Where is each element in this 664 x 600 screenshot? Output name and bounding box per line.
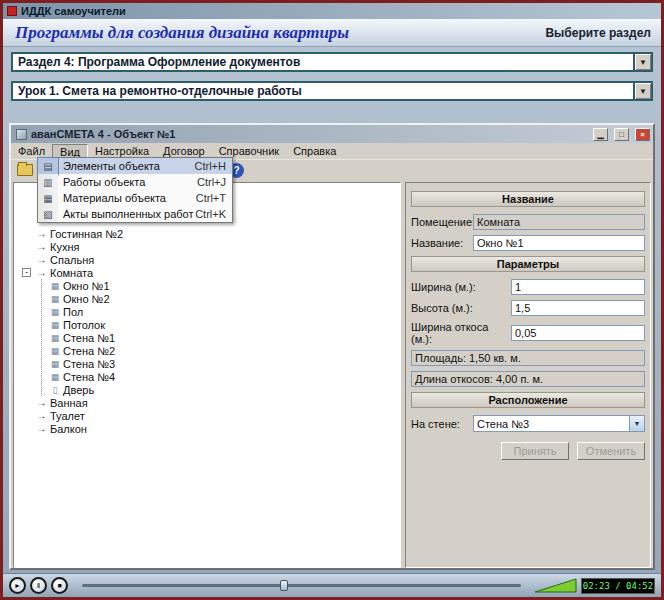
tree-item-label: Кухня xyxy=(50,241,79,253)
room-arrow-icon: → xyxy=(36,254,47,265)
menu-item-materials[interactable]: ▦ Материалы объекта Ctrl+T xyxy=(38,190,232,206)
wall-element-icon: ▦ xyxy=(50,346,60,356)
room-arrow-icon: → xyxy=(36,267,47,278)
app-title: аванСМЕТА 4 - Объект №1 xyxy=(31,128,587,140)
tree-item[interactable]: ▦Стена №3 xyxy=(42,357,398,370)
lesson-select[interactable]: Урок 1. Смета на ремонтно-отделочные раб… xyxy=(11,81,653,101)
height-field[interactable]: 1,5 xyxy=(511,300,645,316)
menu-item-shortcut: Ctrl+H xyxy=(195,160,232,172)
volume-wedge-icon[interactable] xyxy=(535,578,577,593)
tree-item-label: Туалет xyxy=(50,410,85,422)
window-titlebar[interactable]: ИДДК самоучители xyxy=(3,3,661,19)
name-field[interactable]: Окно №1 xyxy=(473,235,645,251)
menu-item-works[interactable]: ▥ Работы объекта Ctrl+J xyxy=(38,174,232,190)
open-folder-icon[interactable] xyxy=(17,164,33,176)
tree-item-label: Пол xyxy=(63,306,83,318)
tree-item[interactable]: →Ванная xyxy=(20,396,398,409)
stop-button[interactable]: ■ xyxy=(51,577,68,594)
ceiling-element-icon: ▦ xyxy=(50,320,60,330)
window-title: ИДДК самоучители xyxy=(21,5,126,17)
acts-icon: ▧ xyxy=(38,206,58,222)
close-button[interactable]: × xyxy=(635,128,650,141)
view-menu-popup: ▤ Элементы объекта Ctrl+H ▥ Работы объек… xyxy=(37,157,233,223)
tree-item-room[interactable]: -→Комната xyxy=(20,266,398,279)
iddk-logo-icon xyxy=(7,6,17,16)
tutorial-window: ИДДК самоучители Программы для создания … xyxy=(0,0,664,600)
header-band: Программы для создания дизайна квартиры … xyxy=(3,19,661,47)
menu-item-acts[interactable]: ▧ Акты выполненных работ Ctrl+K xyxy=(38,206,232,222)
name-field-label: Название: xyxy=(411,237,473,249)
tree-item[interactable]: →Балкон xyxy=(20,422,398,435)
tree-item[interactable]: →Туалет xyxy=(20,409,398,422)
tree-item[interactable]: ▦Окно №1 xyxy=(42,279,398,292)
works-icon: ▥ xyxy=(38,174,58,190)
tree-item[interactable]: ▦Потолок xyxy=(42,318,398,331)
section-header-location: Расположение xyxy=(411,392,645,408)
media-player-bar: ► Ⅱ ■ 02:23 / 04:52 xyxy=(3,573,661,597)
chevron-down-icon[interactable]: ▼ xyxy=(629,416,644,431)
seek-slider[interactable] xyxy=(82,584,521,587)
tree-item[interactable]: ▦Стена №4 xyxy=(42,370,398,383)
object-tree[interactable]: →Гостинная №2 →Кухня →Спальня -→Комната … xyxy=(13,182,401,568)
app-window-icon xyxy=(16,129,27,140)
wall-element-icon: ▦ xyxy=(50,333,60,343)
tree-item-label: Окно №1 xyxy=(63,280,110,292)
pause-button[interactable]: Ⅱ xyxy=(30,577,47,594)
room-field-label: Помещение: xyxy=(411,216,473,228)
lesson-select-value: Урок 1. Смета на ремонтно-отделочные раб… xyxy=(13,84,633,98)
main-area: →Гостинная №2 →Кухня →Спальня -→Комната … xyxy=(11,180,653,570)
tree-item[interactable]: →Спальня xyxy=(20,253,398,266)
room-arrow-icon: → xyxy=(36,397,47,408)
room-arrow-icon: → xyxy=(36,241,47,252)
area-readout: Площадь: 1,50 кв. м. xyxy=(411,350,645,366)
tree-item[interactable]: ▦Стена №2 xyxy=(42,344,398,357)
slope-width-field[interactable]: 0,05 xyxy=(511,325,645,341)
floor-element-icon: ▦ xyxy=(50,307,60,317)
tree-item-label: Спальня xyxy=(50,254,94,266)
wall-element-icon: ▦ xyxy=(50,372,60,382)
tree-item-label: Стена №1 xyxy=(63,332,115,344)
page-title: Программы для создания дизайна квартиры xyxy=(15,23,349,43)
minimize-button[interactable]: ▁ xyxy=(593,128,608,141)
width-field-label: Ширина (м.): xyxy=(411,281,511,293)
slope-width-field-label: Ширина откоса (м.): xyxy=(411,321,511,345)
tree-children: ▦Окно №1 ▦Окно №2 ▦Пол ▦Потолок ▦Стена №… xyxy=(41,279,398,396)
materials-icon: ▦ xyxy=(38,190,58,206)
section-header-params: Параметры xyxy=(411,256,645,272)
play-button[interactable]: ► xyxy=(9,577,26,594)
width-field[interactable]: 1 xyxy=(511,279,645,295)
door-element-icon: ▯ xyxy=(50,385,60,395)
menu-item-label: Работы объекта xyxy=(58,176,197,188)
tree-item-label: Комната xyxy=(50,267,93,279)
section-select[interactable]: Раздел 4: Программа Оформление документо… xyxy=(11,52,653,72)
menu-item-elements[interactable]: ▤ Элементы объекта Ctrl+H xyxy=(38,158,232,174)
wall-select[interactable]: Стена №3 ▼ xyxy=(473,415,645,432)
app-titlebar[interactable]: аванСМЕТА 4 - Объект №1 ▁ □ × xyxy=(11,125,653,143)
chevron-down-icon[interactable]: ▼ xyxy=(633,54,651,70)
window-element-icon: ▦ xyxy=(50,281,60,291)
window-element-icon: ▦ xyxy=(50,294,60,304)
tree-item-label: Дверь xyxy=(63,384,94,396)
cancel-button[interactable]: Отменить xyxy=(577,442,645,460)
seek-slider-thumb[interactable] xyxy=(280,580,288,591)
menu-help[interactable]: Справка xyxy=(286,144,343,159)
room-arrow-icon: → xyxy=(36,423,47,434)
tree-item[interactable]: ▦Стена №1 xyxy=(42,331,398,344)
menu-item-shortcut: Ctrl+J xyxy=(197,176,232,188)
tree-item[interactable]: ▦Окно №2 xyxy=(42,292,398,305)
choose-section-label: Выберите раздел xyxy=(545,26,651,40)
accept-button[interactable]: Принять xyxy=(501,442,569,460)
menu-item-label: Акты выполненных работ xyxy=(58,208,195,220)
tree-item-label: Стена №2 xyxy=(63,345,115,357)
room-field: Комната xyxy=(473,214,645,230)
collapse-toggle-icon[interactable]: - xyxy=(22,268,31,277)
tree-item[interactable]: ▦Пол xyxy=(42,305,398,318)
section-select-value: Раздел 4: Программа Оформление документо… xyxy=(13,55,633,69)
menu-item-shortcut: Ctrl+K xyxy=(195,208,232,220)
tree-item[interactable]: →Гостинная №2 xyxy=(20,227,398,240)
tree-item[interactable]: ▯Дверь xyxy=(42,383,398,396)
tree-item[interactable]: →Кухня xyxy=(20,240,398,253)
chevron-down-icon[interactable]: ▼ xyxy=(633,83,651,99)
properties-panel: Название Помещение: Комната Название: Ок… xyxy=(405,182,651,568)
maximize-button[interactable]: □ xyxy=(614,128,629,141)
